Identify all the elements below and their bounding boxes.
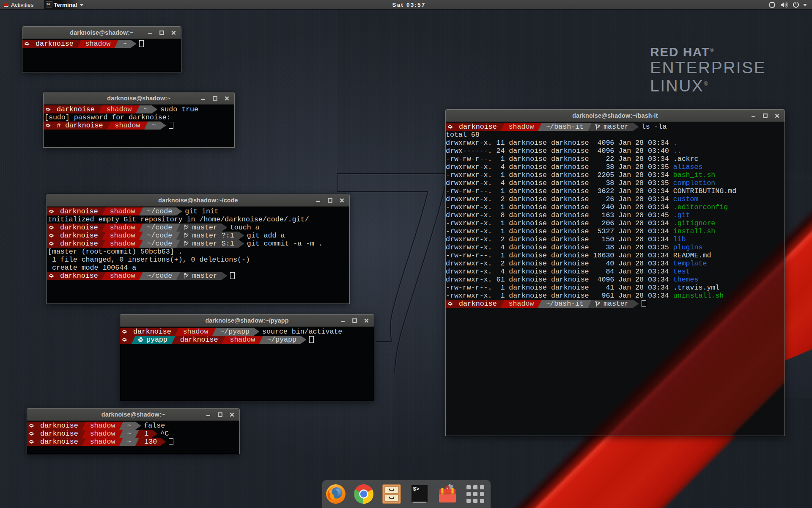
svg-text:$>: $> xyxy=(413,486,420,492)
svg-text:$>: $> xyxy=(47,2,51,6)
